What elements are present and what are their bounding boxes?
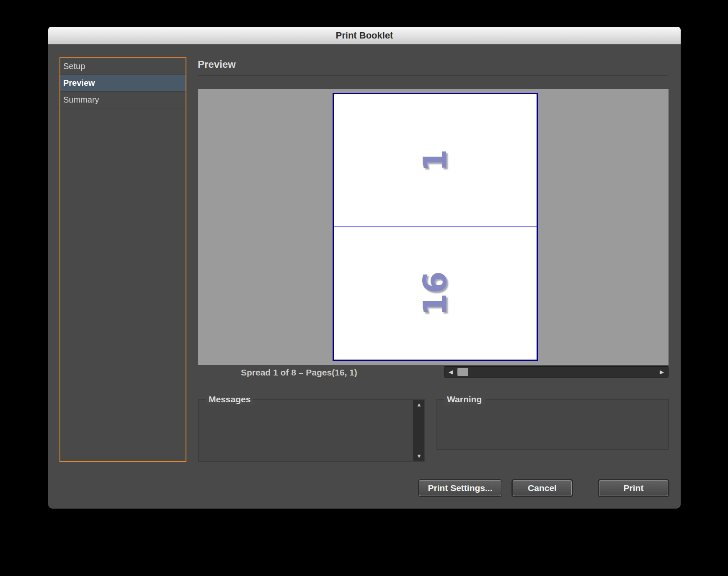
messages-group: Messages ▲ ▼ xyxy=(198,399,425,462)
spread-status: Spread 1 of 8 – Pages(16, 1) xyxy=(241,367,357,378)
print-button[interactable]: Print xyxy=(599,480,668,496)
messages-content xyxy=(199,400,413,461)
dialog-titlebar[interactable]: Print Booklet xyxy=(48,27,681,44)
page-number-1: 1 xyxy=(419,149,451,172)
heading-divider xyxy=(198,75,669,76)
page-number-16: 16 xyxy=(419,271,451,316)
nav-item-setup-label: Setup xyxy=(63,62,85,71)
nav-item-summary-label: Summary xyxy=(63,95,99,104)
print-settings-button[interactable]: Print Settings... xyxy=(419,480,501,496)
cancel-button[interactable]: Cancel xyxy=(513,480,572,496)
panel-heading: Preview xyxy=(198,59,236,70)
dialog-title: Print Booklet xyxy=(336,30,393,41)
scroll-right-button[interactable]: ▶ xyxy=(656,367,668,377)
nav-item-preview-label: Preview xyxy=(63,78,95,87)
spread-page-front: 1 xyxy=(334,94,537,227)
preview-viewport: 1 16 xyxy=(198,89,669,365)
scroll-left-icon: ◀ xyxy=(449,369,453,375)
screen: Print Booklet Setup Preview Summary Prev… xyxy=(0,0,728,576)
spread-scrollbar[interactable]: ◀ ▶ xyxy=(444,366,669,378)
scroll-down-icon[interactable]: ▼ xyxy=(416,453,422,459)
print-booklet-dialog: Print Booklet Setup Preview Summary Prev… xyxy=(48,27,681,509)
spread-page-back: 16 xyxy=(334,227,537,360)
nav-item-summary[interactable]: Summary xyxy=(60,92,186,108)
booklet-spread: 1 16 xyxy=(333,93,538,361)
settings-nav: Setup Preview Summary xyxy=(59,57,186,462)
scroll-up-icon[interactable]: ▲ xyxy=(416,402,422,407)
nav-item-preview[interactable]: Preview xyxy=(60,75,186,92)
warnings-group: Warning xyxy=(436,399,669,450)
nav-item-setup[interactable]: Setup xyxy=(60,58,186,75)
warnings-content xyxy=(437,400,668,449)
scroll-right-icon: ▶ xyxy=(660,369,664,375)
messages-scrollbar[interactable]: ▲ ▼ xyxy=(413,400,424,461)
scroll-left-button[interactable]: ◀ xyxy=(444,367,457,377)
scrollbar-thumb[interactable] xyxy=(457,368,468,376)
